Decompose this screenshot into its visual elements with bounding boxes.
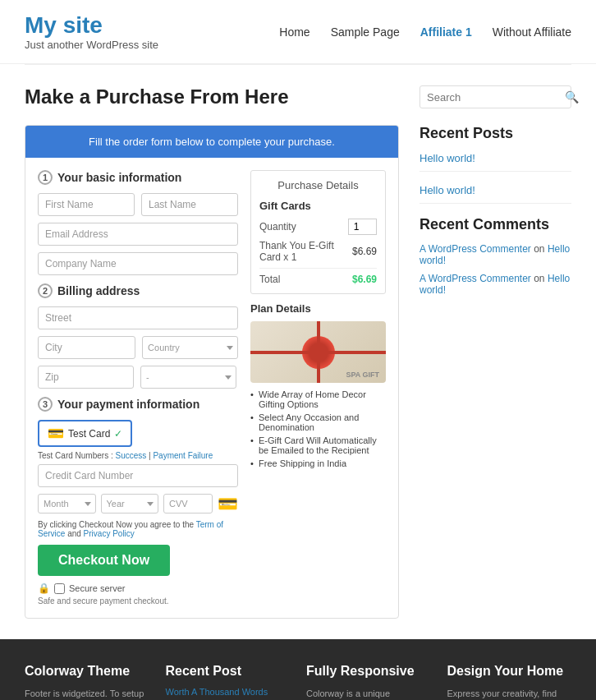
search-icon[interactable]: 🔍 [565,90,579,104]
recent-comments-title: Recent Comments [419,216,571,233]
site-title: My site [25,12,158,39]
cc-row [38,464,238,487]
section2-heading: 2 Billing address [38,283,238,298]
search-box: 🔍 [419,85,571,108]
plan-feature-0: Wide Array of Home Decor Gifting Options [250,389,386,409]
plan-feature-2: E-Gift Card Will Automatically be Emaile… [250,435,386,455]
street-row [38,306,238,329]
cvv-input[interactable] [163,494,213,513]
page-title: Make a Purchase From Here [25,85,399,108]
quantity-row: Quantity [259,219,377,235]
month-year-cvv-row: Month Year 💳 [38,494,238,513]
section3-num: 3 [38,397,53,412]
nav-without-affiliate[interactable]: Without Affiliate [493,25,571,39]
site-branding: My site Just another WordPress site [25,12,158,51]
total-value: $6.69 [352,274,377,285]
comment-author-1[interactable]: A WordPress Commenter [419,273,531,284]
footer-col1-title: Colorway Theme [25,664,149,679]
recent-posts-title: Recent Posts [419,125,571,142]
first-name-input[interactable] [38,193,135,216]
item-price: $6.69 [352,246,377,257]
footer-col2-link-0[interactable]: Worth A Thousand Words [166,687,291,697]
plan-details-title: Plan Details [250,302,386,315]
item-label: Thank You E-Gift Card x 1 [259,240,352,263]
site-tagline: Just another WordPress site [25,39,158,51]
recent-post-1[interactable]: Hello world! [419,184,571,196]
test-card-button[interactable]: 💳 Test Card ✓ [38,420,132,447]
month-select[interactable]: Month [38,494,96,513]
footer-col3-text: Colorway is a unique responsive WordPres… [306,687,431,700]
footer-col4-text: Express your creativity, find inspiratio… [447,687,572,700]
success-link[interactable]: Success [115,451,146,460]
main-container: Make a Purchase From Here Fill the order… [0,65,596,639]
recent-post-0[interactable]: Hello world! [419,152,571,164]
privacy-link[interactable]: Privacy Policy [84,529,135,538]
year-select[interactable]: Year [101,494,159,513]
company-row [38,252,238,275]
content-area: Make a Purchase From Here Fill the order… [25,85,399,619]
zip-select[interactable]: - [140,366,236,389]
ribbon-horizontal [250,351,386,354]
purchase-details: Purchase Details Gift Cards Quantity Tha… [250,170,386,294]
zip-row: - [38,366,238,389]
search-input[interactable] [427,91,565,104]
secure-row: 🔒 Secure server [38,583,238,594]
purchase-card: Fill the order form below to complete yo… [25,125,399,619]
main-nav: Home Sample Page Affiliate 1 Without Aff… [279,25,571,39]
form-right: Purchase Details Gift Cards Quantity Tha… [250,170,386,606]
quantity-input[interactable] [348,219,377,235]
footer-col2-title: Recent Post [166,664,291,679]
footer: Colorway Theme Footer is widgetized. To … [0,639,596,700]
section1-heading: 1 Your basic information [38,170,238,185]
footer-col4-title: Design Your Home [447,664,572,679]
site-header: My site Just another WordPress site Home… [0,0,596,64]
city-country-row: Country [38,336,238,359]
lock-icon: 🔒 [38,583,50,594]
plan-feature-3: Free Shipping in India [250,458,386,468]
nav-affiliate1[interactable]: Affiliate 1 [420,25,472,39]
last-name-input[interactable] [141,193,238,216]
section3-label: Your payment information [57,398,199,411]
country-select[interactable]: Country [142,336,238,359]
nav-home[interactable]: Home [279,25,309,39]
email-row [38,223,238,246]
section1-label: Your basic information [57,171,181,184]
terms-text: By clicking Checkout Now you agree to th… [38,520,238,538]
item-row: Thank You E-Gift Card x 1 $6.69 [259,240,377,263]
section2-num: 2 [38,283,53,298]
name-row [38,193,238,216]
card-icon: 💳 [48,426,64,441]
total-row: Total $6.69 [259,268,377,285]
comment-author-0[interactable]: A WordPress Commenter [419,243,531,255]
footer-col3: Fully Responsive Colorway is a unique re… [306,664,431,700]
footer-col1: Colorway Theme Footer is widgetized. To … [25,664,149,700]
failure-link[interactable]: Payment Failure [153,451,213,460]
cc-input[interactable] [38,464,238,487]
footer-col1-text: Footer is widgetized. To setup the foote… [25,687,149,700]
email-input[interactable] [38,223,238,246]
section2-label: Billing address [57,284,140,297]
quantity-label: Quantity [259,221,296,233]
plan-features: Wide Array of Home Decor Gifting Options… [250,389,386,468]
street-input[interactable] [38,306,238,329]
city-input[interactable] [38,336,135,359]
form-body: 1 Your basic information [25,158,398,618]
purchase-details-title: Purchase Details [259,179,377,191]
zip-input[interactable] [38,366,134,389]
purchase-card-header: Fill the order form below to complete yo… [25,126,398,158]
test-card-numbers: Test Card Numbers : Success | Payment Fa… [38,451,238,460]
plan-feature-1: Select Any Occasion and Denomination [250,412,386,432]
sidebar-divider-2 [419,203,571,204]
gift-cards-label: Gift Cards [259,200,377,212]
nav-sample-page[interactable]: Sample Page [331,25,400,39]
comment-0: A WordPress Commenter on Hello world! [419,243,571,266]
company-input[interactable] [38,252,238,275]
cvv-card-icon[interactable]: 💳 [218,494,238,513]
cvv-row: 💳 [163,494,238,513]
footer-col2: Recent Post Worth A Thousand Words Categ… [166,664,291,700]
checkout-button[interactable]: Checkout Now [38,545,170,576]
secure-label: Secure server [69,583,125,593]
secure-checkbox[interactable] [54,583,65,594]
test-card-label: Test Card [68,428,110,440]
footer-col3-title: Fully Responsive [306,664,431,679]
